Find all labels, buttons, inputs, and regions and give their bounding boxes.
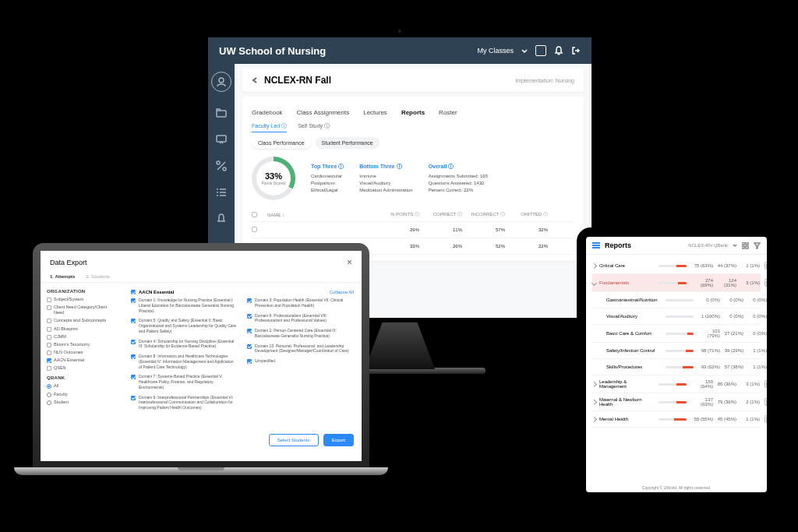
- export-button[interactable]: Export: [323, 434, 354, 446]
- bot3-head: Bottom Three ⓘ: [359, 163, 412, 171]
- bell-icon[interactable]: [554, 46, 563, 55]
- score-ring: 33% Points Scored: [252, 157, 295, 200]
- close-icon[interactable]: ×: [347, 257, 352, 268]
- category-row[interactable]: Leadership & Management150 (64%)85 (36%)…: [592, 375, 761, 393]
- logout-icon[interactable]: [571, 46, 581, 55]
- report-card: GradebookClass AssignmentsLecturesReport…: [242, 97, 584, 261]
- org-item[interactable]: Subject/System: [47, 297, 117, 302]
- table-row[interactable]: 29%11%57%32%: [252, 222, 574, 238]
- domain-item[interactable]: Unspecified: [247, 358, 354, 364]
- expand-chevron-icon[interactable]: [591, 416, 597, 421]
- clipboard-icon[interactable]: [764, 262, 767, 270]
- avatar-icon[interactable]: [211, 72, 231, 92]
- category-row[interactable]: Maternal & Newborn Health137 (63%)79 (36…: [592, 393, 761, 411]
- category-row[interactable]: Mental Health55 (55%)45 (45%)1 (1%): [592, 411, 761, 428]
- grid-icon[interactable]: [535, 45, 546, 56]
- expand-chevron-icon[interactable]: [591, 381, 597, 386]
- expand-chevron-icon[interactable]: [591, 399, 597, 404]
- domain-item[interactable]: Domain 4: Scholarship for Nursing Discip…: [131, 339, 238, 350]
- progress-bar: [659, 383, 687, 386]
- clipboard-icon[interactable]: [764, 398, 767, 406]
- dialog-steps: 1. Attempts2. Students: [41, 274, 362, 283]
- org-item[interactable]: Bloom's Taxonomy: [47, 342, 117, 347]
- presentation-icon[interactable]: [216, 134, 227, 145]
- pill-0[interactable]: Class Performance: [252, 137, 311, 149]
- category-row[interactable]: Skills/Procedures93 (62%)57 (38%)1 (1%): [592, 359, 761, 375]
- qbank-item[interactable]: All: [47, 383, 117, 389]
- step-0[interactable]: 1. Attempts: [50, 274, 75, 279]
- domain-item[interactable]: Domain 10: Personal, Professional, and L…: [247, 344, 354, 354]
- category-row[interactable]: Visual/Auditory1 (100%)0 (0%)0 (0%): [592, 308, 761, 325]
- hamburger-icon[interactable]: [592, 242, 600, 248]
- tablet-screen: Reports NCLEX-RN QBank Critical Care75 (…: [586, 237, 767, 492]
- domain-item[interactable]: Domain 8: Informatics and Healthcare Tec…: [131, 354, 238, 369]
- org-item[interactable]: Concepts and Subconcepts: [47, 318, 117, 323]
- my-classes-link[interactable]: My Classes: [477, 47, 514, 55]
- category-row[interactable]: Basic Care & Comfort101 (79%)27 (21%)0 (…: [592, 325, 761, 343]
- back-arrow-icon[interactable]: [252, 76, 260, 84]
- org-item[interactable]: Client Need Category/Client Need: [47, 305, 117, 315]
- clipboard-icon[interactable]: [764, 380, 767, 388]
- org-item[interactable]: AACN Essential: [47, 358, 117, 363]
- org-item[interactable]: QSEN: [47, 365, 117, 371]
- svg-rect-5: [742, 242, 744, 245]
- dialog-header: Data Export ×: [41, 251, 362, 274]
- category-row[interactable]: Fundamentals274 (69%)124 (31%)3 (1%): [592, 274, 761, 292]
- select-students-button[interactable]: Select Students: [269, 434, 319, 446]
- organization-heading: ORGANIZATION: [47, 289, 117, 294]
- expand-chevron-icon[interactable]: [591, 280, 597, 285]
- qbank-item[interactable]: Faculty: [47, 392, 117, 397]
- domain-item[interactable]: Domain 1: Knowledge for Nursing Practice…: [131, 298, 238, 313]
- score-percent: 33%: [265, 171, 282, 181]
- step-1[interactable]: 2. Students: [86, 274, 109, 279]
- clipboard-icon[interactable]: [764, 415, 767, 423]
- org-item[interactable]: AD Blueprint: [47, 326, 117, 332]
- clipboard-icon[interactable]: [764, 279, 767, 287]
- domain-item[interactable]: Domain 6: Interprofessional Partnerships…: [131, 395, 238, 410]
- category-row[interactable]: Safety/Infection Control98 (71%)39 (29%)…: [592, 343, 761, 359]
- school-title: UW School of Nursing: [219, 45, 326, 57]
- qbank-selector[interactable]: NCLEX-RN QBank: [688, 243, 728, 248]
- category-row[interactable]: Critical Care75 (63%)44 (37%)1 (1%): [592, 258, 761, 274]
- filter-icon[interactable]: [754, 242, 761, 249]
- org-item[interactable]: NLN Outcomes: [47, 350, 117, 355]
- tab-reports[interactable]: Reports: [401, 109, 425, 116]
- tab-class-assignments[interactable]: Class Assignments: [297, 109, 350, 116]
- percent-icon[interactable]: [216, 160, 227, 171]
- qbank-heading: QBANK: [47, 375, 117, 380]
- tab-roster[interactable]: Roster: [439, 109, 457, 116]
- domain-item[interactable]: Domain 9: Professionalism (Essential VII…: [247, 313, 354, 324]
- domain-item[interactable]: Domain 7: Systems-Based Practice (Essent…: [131, 374, 238, 389]
- tab-gradebook[interactable]: Gradebook: [252, 109, 283, 116]
- col-correct[interactable]: CORRECT ⓘ: [419, 211, 462, 218]
- app-header: UW School of Nursing My Classes: [208, 37, 591, 64]
- domain-item[interactable]: Domain 3: Population Health (Essential V…: [247, 298, 354, 308]
- sub-tabs: Faculty Led ⓘSelf Study ⓘ: [252, 122, 574, 132]
- org-item[interactable]: CJMM: [47, 334, 117, 340]
- category-row[interactable]: Gastrointestinal/Nutrition0 (0%)0 (0%)0 …: [592, 292, 761, 308]
- group-checkbox[interactable]: [131, 290, 136, 294]
- col-% points[interactable]: % POINTS ⓘ: [376, 211, 419, 218]
- domain-item[interactable]: Domain 2: Person-Centered Care (Essentia…: [247, 328, 354, 339]
- expand-chevron-icon[interactable]: [591, 262, 597, 268]
- top3-head: Top Three ⓘ: [311, 163, 344, 171]
- folder-icon[interactable]: [216, 107, 227, 118]
- collapse-all-link[interactable]: Collapse All: [330, 290, 354, 294]
- col-omitted[interactable]: OMITTED ⓘ: [505, 211, 548, 218]
- chevron-down-icon: [733, 244, 737, 247]
- bottom-three-col: Bottom Three ⓘImmuneVisual/AuditoryMedic…: [359, 163, 412, 194]
- pill-1[interactable]: Student Performance: [316, 137, 380, 149]
- student-table-header: NAME ↓% POINTS ⓘCORRECT ⓘINCORRECT ⓘOMIT…: [252, 208, 574, 222]
- domain-item[interactable]: Domain 5: Quality and Safety (Essential …: [131, 318, 238, 333]
- subtab-0[interactable]: Faculty Led ⓘ: [252, 122, 287, 132]
- performance-summary: 33% Points Scored Top Three ⓘCardiovascu…: [252, 157, 574, 200]
- subtab-1[interactable]: Self Study ⓘ: [298, 122, 330, 132]
- list-icon[interactable]: [216, 187, 227, 198]
- grid-icon[interactable]: [742, 242, 749, 249]
- tab-lectures[interactable]: Lectures: [363, 109, 387, 116]
- col-incorrect[interactable]: INCORRECT ⓘ: [462, 211, 505, 218]
- laptop-screen: Data Export × 1. Attempts2. Students ORG…: [41, 251, 362, 461]
- col-name[interactable]: NAME ↓: [267, 213, 376, 217]
- bell-sidebar-icon[interactable]: [216, 213, 227, 224]
- qbank-item[interactable]: Student: [47, 400, 117, 405]
